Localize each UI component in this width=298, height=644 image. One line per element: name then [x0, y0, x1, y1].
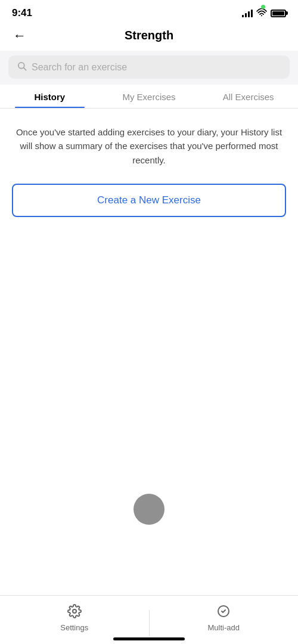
settings-label: Settings [60, 623, 88, 632]
status-bar: 9:41 [0, 0, 298, 23]
search-container: Search for an exercise [0, 51, 298, 85]
create-exercise-button[interactable]: Create a New Exercise [12, 184, 286, 217]
page-title: Strength [125, 29, 173, 42]
main-content: Once you've started adding exercises to … [0, 109, 298, 229]
bottom-tab-multiadd[interactable]: Multi-add [150, 602, 299, 634]
svg-point-0 [261, 15, 262, 16]
multiadd-label: Multi-add [208, 623, 240, 632]
floating-circle [134, 494, 164, 525]
back-button[interactable]: ← [11, 26, 29, 46]
search-icon [17, 61, 27, 73]
empty-state-message: Once you've started adding exercises to … [12, 125, 286, 167]
tab-bar: History My Exercises All Exercises [0, 85, 298, 109]
dot-indicator [261, 5, 265, 9]
search-bar[interactable]: Search for an exercise [8, 55, 290, 79]
battery-icon [271, 10, 286, 17]
home-indicator [113, 637, 185, 640]
svg-line-2 [24, 68, 26, 70]
search-input[interactable]: Search for an exercise [32, 62, 127, 73]
status-time: 9:41 [12, 7, 32, 19]
tab-history[interactable]: History [0, 85, 100, 108]
bottom-tab-bar: Settings Multi-add [0, 595, 298, 644]
tab-all-exercises[interactable]: All Exercises [198, 85, 298, 108]
bottom-tab-settings[interactable]: Settings [0, 602, 149, 634]
multiadd-icon [216, 604, 231, 621]
signal-icon [242, 9, 253, 17]
tab-my-exercises[interactable]: My Exercises [100, 85, 199, 108]
wifi-icon [256, 8, 267, 18]
nav-header: ← Strength [0, 23, 298, 51]
settings-icon [67, 604, 82, 621]
svg-point-3 [73, 609, 76, 613]
status-icons [242, 8, 286, 18]
